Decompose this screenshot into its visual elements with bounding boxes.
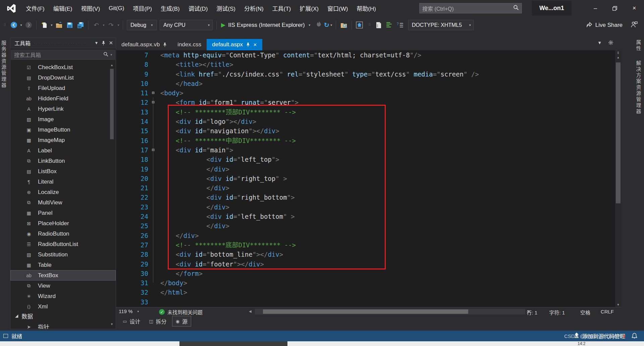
server-explorer-vertical-tab[interactable]: 服务器资源管理器 [0, 38, 7, 91]
menu-item[interactable]: 编辑(E) [49, 0, 77, 16]
toolbox-item[interactable]: ▩ ImageMap [10, 135, 116, 145]
fold-toggle-icon[interactable] [148, 250, 158, 259]
document-tab[interactable]: index.css [172, 39, 207, 50]
open-folder-icon[interactable] [54, 20, 64, 30]
code-line[interactable]: 33 [116, 297, 621, 307]
code-line[interactable]: 16 <!-- ********中部DIV******** --> [116, 136, 621, 145]
redo-dropdown-icon[interactable]: ▾ [116, 23, 120, 27]
scroll-up-icon[interactable]: ▲ [615, 56, 621, 59]
fold-toggle-icon[interactable] [148, 174, 158, 183]
toolbox-item[interactable]: ▤ ListBox [10, 166, 116, 177]
menu-item[interactable]: 窗口(W) [323, 0, 352, 16]
scrollbar-thumb[interactable] [616, 62, 621, 203]
code-line[interactable]: 12 ⊟ <form id="form1" runat="server"> [116, 98, 621, 107]
menu-item[interactable]: 调试(D) [184, 0, 212, 16]
scroll-down-icon[interactable]: ▼ [615, 303, 621, 306]
undo-dropdown-icon[interactable]: ▾ [102, 23, 106, 27]
live-share-button[interactable]: Live Share [586, 16, 623, 34]
toolbox-item[interactable]: ☑ CheckBoxList [10, 62, 116, 72]
fold-toggle-icon[interactable] [148, 297, 158, 307]
toolbox-item[interactable]: ✳ Wizard [10, 291, 116, 301]
fold-toggle-icon[interactable] [148, 69, 158, 79]
fold-toggle-icon[interactable] [148, 117, 158, 126]
toolbox-item[interactable]: ⟨⟩ Xml [10, 301, 116, 312]
fold-toggle-icon[interactable]: ⊟ [148, 145, 158, 155]
fold-toggle-icon[interactable] [148, 278, 158, 288]
code-line[interactable]: 28 <div id="bottom_line"></div> [116, 250, 621, 259]
indent-mode-indicator[interactable]: 空格 [580, 309, 590, 316]
pin-icon[interactable] [163, 43, 167, 47]
menu-item[interactable]: 测试(S) [212, 0, 240, 16]
code-line[interactable]: 24 <div id="left_bottom" > [116, 212, 621, 221]
toolbox-item[interactable]: ▣ ImageButton [10, 125, 116, 135]
quick-search-box[interactable]: 搜索 (Ctrl+Q) [419, 3, 522, 13]
toolbox-item[interactable]: ¶ Literal [10, 177, 116, 187]
fold-toggle-icon[interactable] [148, 155, 158, 164]
toolbox-item[interactable]: ▨ Image [10, 114, 116, 125]
code-line[interactable]: 27 <!-- ********底部DIV******** --> [116, 240, 621, 250]
fold-toggle-icon[interactable] [148, 60, 158, 69]
menu-item[interactable]: 分析(N) [240, 0, 268, 16]
toolbox-item[interactable]: A HyperLink [10, 104, 116, 114]
code-line[interactable]: 15 <div id="navigation"></div> [116, 126, 621, 136]
horizontal-scrollbar[interactable] [255, 309, 525, 314]
toolbox-item[interactable]: ▦ Table [10, 260, 116, 270]
code-line[interactable]: 32 </html> [116, 288, 621, 297]
code-line[interactable]: 31 </body> [116, 278, 621, 288]
code-line[interactable]: 8 <title></title> [116, 60, 621, 69]
taskbar-item[interactable] [179, 341, 287, 346]
toolbox-item[interactable]: ⧉ MultiView [10, 197, 116, 208]
new-file-icon[interactable] [39, 20, 49, 30]
refresh-browser-icon[interactable]: ↻ [324, 21, 329, 29]
undo-icon[interactable]: ↶ [91, 20, 101, 30]
code-line[interactable]: 9 <link href="./css/index.css" rel="styl… [116, 69, 621, 79]
close-icon[interactable]: ✕ [109, 40, 113, 46]
editor-options-icon[interactable] [608, 40, 613, 46]
tool-window-vertical-tab[interactable]: 属性 [635, 38, 642, 54]
fold-toggle-icon[interactable] [148, 212, 158, 221]
code-line[interactable]: 21 </div> [116, 183, 621, 193]
code-line[interactable]: 25 </div> [116, 221, 621, 231]
restore-button[interactable] [605, 0, 625, 16]
code-line[interactable]: 18 <div id="left_top"> [116, 155, 621, 164]
code-line[interactable]: 23 </div> [116, 202, 621, 212]
fold-toggle-icon[interactable] [148, 183, 158, 193]
zoom-control[interactable]: 119 %▾ [119, 308, 139, 314]
doctype-dropdown[interactable]: DOCTYPE: XHTML5▾ [408, 20, 474, 30]
toolbox-item[interactable]: ⊛ Localize [10, 187, 116, 197]
toolbox-item[interactable]: ▧ Substitution [10, 249, 116, 260]
view-tab[interactable]: ◫ 拆分 [146, 316, 170, 326]
toolbox-item[interactable]: ⧉ LinkButton [10, 156, 116, 166]
save-all-icon[interactable] [75, 20, 86, 30]
code-line[interactable]: 22 <div id="right_bottom"> [116, 193, 621, 202]
toolbox-item[interactable]: ⇪ FileUpload [10, 83, 116, 93]
toolbox-scrollbar[interactable]: ▲ ▼ [109, 63, 114, 327]
fold-toggle-icon[interactable] [148, 202, 158, 212]
browse-home-icon[interactable] [355, 20, 365, 30]
redo-icon[interactable]: ↷ [106, 20, 116, 30]
solution-configuration-dropdown[interactable]: Debug▾ [127, 20, 157, 30]
toolbox-item-pointer[interactable]: ➤ 指针 [10, 322, 116, 329]
save-icon[interactable] [65, 20, 75, 30]
toolbox-search-box[interactable]: 搜索工具箱 ▾ [11, 50, 115, 60]
fold-toggle-icon[interactable] [148, 79, 158, 88]
menu-item[interactable]: 视图(V) [76, 0, 104, 16]
scroll-up-icon[interactable]: ▲ [109, 63, 114, 68]
code-line[interactable]: 29 <div id="footer"></div> [116, 259, 621, 269]
tool-window-vertical-tab[interactable]: 解决方案资源管理器 [635, 58, 642, 117]
format-document-icon[interactable] [384, 20, 394, 30]
document-tab[interactable]: default.aspx.vb [116, 39, 172, 50]
toolbox-item[interactable]: ◉ RadioButton [10, 229, 116, 239]
fold-toggle-icon[interactable] [148, 221, 158, 231]
menu-item[interactable]: 文件(F) [21, 0, 49, 16]
fold-toggle-icon[interactable] [148, 269, 158, 278]
caret-char-indicator[interactable]: 字符: 1 [549, 309, 565, 316]
feedback-icon[interactable] [630, 20, 638, 30]
hot-reload-icon[interactable] [316, 21, 321, 29]
fold-toggle-icon[interactable] [148, 259, 158, 269]
code-line[interactable]: 26 </div> [116, 231, 621, 240]
minimize-button[interactable]: – [586, 0, 605, 16]
fold-toggle-icon[interactable] [148, 164, 158, 174]
editor-vertical-scrollbar[interactable]: ⇕ ▲ ▼ [615, 50, 621, 307]
code-line[interactable]: 30 </form> [116, 269, 621, 278]
